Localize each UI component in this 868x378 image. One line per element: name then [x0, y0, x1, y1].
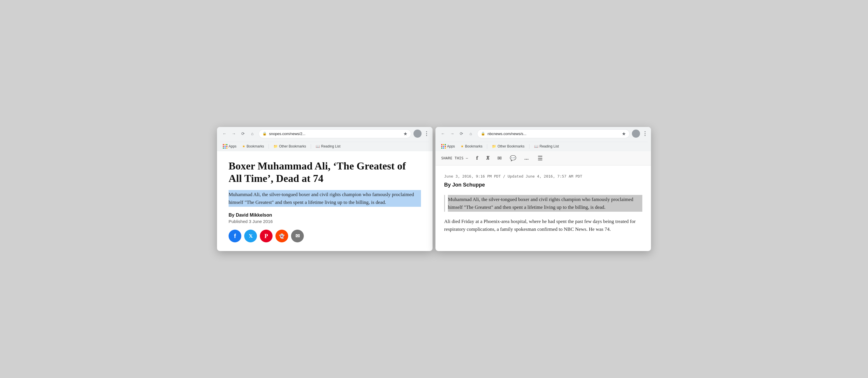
lock-icon-nbc: 🔒 [481, 132, 485, 136]
chrome-top-bar-snopes: ← → ⟳ ⌂ 🔒 snopes.com/news/2... ★ ⋮ [220, 129, 429, 140]
reload-button-nbc[interactable]: ⟳ [458, 130, 466, 138]
nav-buttons-nbc: ← → ⟳ ⌂ [439, 130, 475, 138]
nbc-article-date: June 3, 2016, 9:16 PM PDT / Updated June… [444, 174, 642, 179]
bookmarks-label: Bookmarks [247, 144, 264, 148]
forward-button[interactable]: → [230, 130, 238, 138]
chrome-top-bar-nbc: ← → ⟳ ⌂ 🔒 nbcnews.com/news/s... ★ ⋮ [439, 129, 648, 140]
reading-list-icon: 📖 [316, 144, 320, 148]
reload-button[interactable]: ⟳ [239, 130, 247, 138]
reading-list-label-nbc: Reading List [539, 144, 559, 148]
article-excerpt-snopes: Muhammad Ali, the silver-tongued boxer a… [228, 190, 421, 207]
comment-icon-nbc[interactable]: 💬 [510, 155, 516, 161]
facebook-share-icon[interactable]: 𝐟 [476, 155, 478, 161]
reading-list-icon-nbc: 📖 [534, 144, 538, 148]
apps-icon-nbc [441, 144, 446, 149]
star-icon: ★ [242, 144, 245, 148]
chrome-toolbar-nbc: ← → ⟳ ⌂ 🔒 nbcnews.com/news/s... ★ ⋮ [435, 127, 651, 151]
apps-label: Apps [228, 144, 237, 148]
reading-list-label: Reading List [321, 144, 341, 148]
other-bookmarks-label: Other Bookmarks [279, 144, 306, 148]
nbc-share-bar: SHARE THIS — 𝐟 𝔛 ✉ 💬 … ☰ [435, 151, 651, 165]
chrome-toolbar-snopes: ← → ⟳ ⌂ 🔒 snopes.com/news/2... ★ ⋮ [217, 127, 433, 151]
apps-bookmark-nbc[interactable]: Apps [439, 143, 457, 150]
reddit-icon[interactable]: 👻 [275, 230, 288, 242]
address-bar-nbc[interactable]: 🔒 nbcnews.com/news/s... ★ [477, 129, 629, 138]
folder-icon: 📁 [273, 144, 278, 148]
other-bookmarks-item-nbc[interactable]: 📁 Other Bookmarks [490, 144, 527, 149]
twitter-share-icon[interactable]: 𝔛 [486, 155, 489, 161]
article-date-snopes: Published 3 June 2016 [228, 219, 421, 224]
apps-icon [223, 144, 227, 149]
social-icons-snopes: f 𝕏 P 👻 ✉ [228, 230, 421, 242]
apps-bookmark[interactable]: Apps [220, 143, 239, 150]
nbc-page-content: June 3, 2016, 9:16 PM PDT / Updated June… [435, 165, 651, 247]
url-text: snopes.com/news/2... [269, 132, 401, 136]
address-bar-snopes[interactable]: 🔒 snopes.com/news/2... ★ [259, 129, 411, 138]
nbc-article-paragraph: Ali died Friday at a Phoenix-area hospit… [444, 218, 642, 233]
nbc-article-byline: By Jon Schuppe [444, 182, 642, 188]
star-icon-nbc: ★ [461, 144, 464, 148]
browser-window-snopes: ← → ⟳ ⌂ 🔒 snopes.com/news/2... ★ ⋮ [217, 127, 433, 251]
bookmarks-label-nbc: Bookmarks [465, 144, 482, 148]
back-button-nbc[interactable]: ← [439, 130, 447, 138]
email-share-icon[interactable]: ✉ [291, 230, 304, 242]
reading-list-item[interactable]: 📖 Reading List [313, 144, 343, 149]
bookmark-star-button[interactable]: ★ [403, 131, 407, 136]
forward-button-nbc[interactable]: → [448, 130, 456, 138]
article-author-snopes: By David Mikkelson [228, 213, 421, 218]
folder-icon-nbc: 📁 [492, 144, 496, 148]
more-share-button[interactable]: … [524, 156, 529, 161]
bookmarks-item[interactable]: ★ Bookmarks [240, 144, 266, 149]
home-button-nbc[interactable]: ⌂ [467, 130, 475, 138]
bookmark-star-button-nbc[interactable]: ★ [622, 131, 626, 136]
email-icon-nbc[interactable]: ✉ [497, 155, 502, 161]
bookmarks-item-nbc[interactable]: ★ Bookmarks [458, 144, 485, 149]
facebook-icon[interactable]: f [228, 230, 241, 242]
share-label: SHARE THIS — [441, 156, 468, 160]
browser-window-nbc: ← → ⟳ ⌂ 🔒 nbcnews.com/news/s... ★ ⋮ [435, 127, 651, 251]
bookmarks-bar-nbc: Apps ★ Bookmarks 📁 Other Bookmarks 📖 Rea… [439, 142, 648, 151]
chrome-menu-button[interactable]: ⋮ [424, 130, 429, 137]
twitter-icon[interactable]: 𝕏 [244, 230, 257, 242]
user-avatar-nbc [632, 130, 640, 138]
bookmarks-divider-nbc [487, 144, 487, 149]
pinterest-icon[interactable]: P [260, 230, 273, 242]
bookmarks-divider [269, 144, 269, 149]
nav-buttons-snopes: ← → ⟳ ⌂ [220, 130, 256, 138]
nbc-article-excerpt: Muhammad Ali, the silver-tongued boxer a… [448, 195, 642, 212]
url-text-nbc: nbcnews.com/news/s... [488, 132, 619, 136]
lock-icon: 🔒 [262, 132, 267, 136]
other-bookmarks-label-nbc: Other Bookmarks [497, 144, 524, 148]
home-button[interactable]: ⌂ [248, 130, 256, 138]
share-menu-button[interactable]: ☰ [537, 155, 543, 162]
bookmarks-bar-snopes: Apps ★ Bookmarks 📁 Other Bookmarks 📖 Rea… [220, 142, 429, 151]
snopes-page-content: Boxer Muhammad Ali, ‘The Greatest of All… [217, 151, 433, 251]
bookmarks-divider2 [311, 144, 311, 149]
user-avatar-snopes [413, 130, 422, 138]
apps-label-nbc: Apps [447, 144, 455, 148]
other-bookmarks-item[interactable]: 📁 Other Bookmarks [271, 144, 308, 149]
chrome-menu-button-nbc[interactable]: ⋮ [642, 130, 648, 137]
back-button[interactable]: ← [220, 130, 228, 138]
browsers-container: ← → ⟳ ⌂ 🔒 snopes.com/news/2... ★ ⋮ [217, 127, 651, 251]
reading-list-item-nbc[interactable]: 📖 Reading List [532, 144, 561, 149]
article-title-snopes: Boxer Muhammad Ali, ‘The Greatest of All… [228, 160, 421, 185]
nbc-excerpt-container: Muhammad Ali, the silver-tongued boxer a… [444, 195, 642, 212]
